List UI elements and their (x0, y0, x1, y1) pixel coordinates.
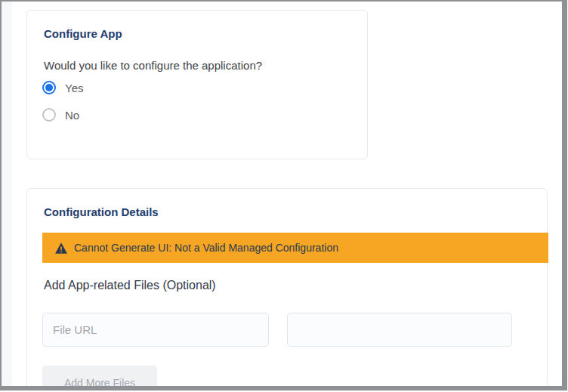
radio-no-input[interactable] (42, 108, 56, 122)
radio-no-label: No (65, 109, 79, 122)
window-border-top (0, 0, 568, 2)
files-section-label: Add App-related Files (Optional) (44, 279, 216, 292)
radio-option-no[interactable]: No (42, 108, 79, 122)
radio-yes-label: Yes (65, 82, 83, 94)
warning-banner: Cannot Generate UI: Not a Valid Managed … (42, 233, 548, 263)
window-border-left (0, 0, 2, 392)
configure-app-card: Configure App Would you like to configur… (26, 10, 368, 159)
configure-app-title: Configure App (44, 27, 122, 40)
vertical-scrollbar[interactable] (562, 0, 567, 390)
file-second-input[interactable] (287, 313, 512, 347)
warning-message: Cannot Generate UI: Not a Valid Managed … (74, 242, 338, 254)
file-url-input[interactable] (42, 313, 269, 347)
app-window: Configure App Would you like to configur… (0, 0, 568, 392)
radio-yes-input[interactable] (42, 81, 56, 94)
configure-question: Would you like to configure the applicat… (44, 59, 262, 72)
warning-triangle-icon (55, 242, 67, 254)
configuration-details-card: Configuration Details Cannot Generate UI… (26, 188, 548, 392)
radio-option-yes[interactable]: Yes (42, 81, 83, 94)
configuration-details-title: Configuration Details (44, 205, 159, 218)
page-left-gutter (2, 2, 12, 392)
